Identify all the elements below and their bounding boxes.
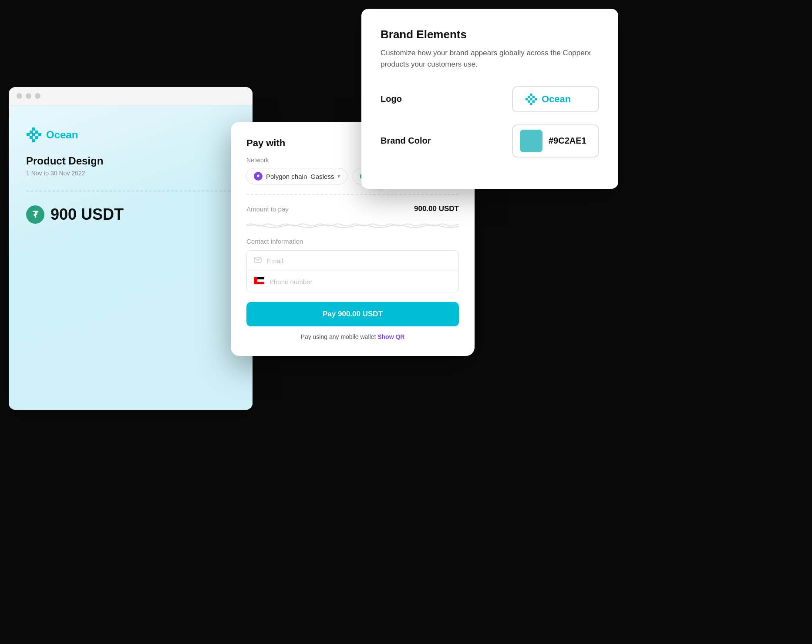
window-dot-yellow — [26, 93, 31, 99]
amount-label: Amount to pay — [246, 205, 289, 213]
logo-name-text: Ocean — [542, 94, 571, 105]
brand-elements-panel: Brand Elements Customize how your brand … — [361, 9, 618, 189]
logo-preview[interactable]: Ocean — [512, 86, 599, 112]
email-icon — [254, 257, 262, 265]
invoice-body: Ocean Product Design 1 Nov to 30 Nov 202… — [9, 105, 253, 410]
divider-1 — [246, 194, 459, 195]
svg-rect-14 — [35, 131, 38, 134]
window-dot-red — [17, 93, 22, 99]
svg-rect-10 — [32, 139, 35, 142]
invoice-logo-icon — [26, 127, 42, 143]
invoice-dates: 1 Nov to 30 Nov 2022 — [26, 170, 235, 177]
brand-panel-description: Customize how your brand appears globall… — [381, 47, 599, 70]
invoice-window: Ocean Product Design 1 Nov to 30 Nov 202… — [9, 87, 253, 410]
flag-icon — [254, 277, 264, 286]
show-qr-link[interactable]: Show QR — [377, 333, 404, 340]
brand-color-row: Brand Color #9C2AE1 — [381, 124, 599, 158]
svg-rect-2 — [526, 98, 528, 100]
svg-rect-16 — [35, 136, 38, 139]
qr-text: Pay using any mobile wallet — [301, 333, 376, 340]
phone-input-row[interactable] — [247, 271, 458, 292]
svg-rect-6 — [528, 100, 530, 102]
svg-rect-13 — [30, 131, 33, 134]
svg-rect-23 — [257, 282, 264, 284]
svg-rect-7 — [532, 100, 535, 102]
window-titlebar — [9, 87, 253, 105]
color-label: Brand Color — [381, 136, 431, 146]
gasless-label: Gasless — [310, 173, 334, 180]
svg-rect-21 — [257, 277, 264, 279]
logo-label: Logo — [381, 94, 402, 104]
svg-rect-18 — [254, 257, 261, 262]
invoice-amount-row: ₮ 900 USDT — [26, 205, 235, 224]
svg-rect-8 — [530, 98, 532, 100]
svg-rect-24 — [254, 277, 257, 284]
ocean-logo-icon — [525, 93, 537, 105]
invoice-amount: 900 USDT — [51, 205, 124, 224]
contact-label: Contact information — [246, 238, 459, 245]
amount-value: 900.00 USDT — [414, 205, 459, 213]
invoice-logo-row: Ocean — [26, 127, 235, 143]
usdt-symbol: ₮ — [33, 209, 38, 220]
email-input-row[interactable] — [247, 251, 458, 271]
usdt-icon-large: ₮ — [26, 205, 44, 224]
brand-panel-title: Brand Elements — [381, 28, 599, 41]
window-dot-green — [35, 93, 40, 99]
polygon-chevron-icon: ▾ — [337, 173, 340, 179]
color-hex-value: #9C2AE1 — [549, 136, 586, 146]
email-field[interactable] — [267, 257, 451, 265]
svg-rect-15 — [30, 136, 33, 139]
svg-rect-11 — [27, 133, 30, 136]
contact-form — [246, 250, 459, 292]
svg-rect-5 — [532, 96, 535, 98]
pay-button[interactable]: Pay 900.00 USDT — [246, 302, 459, 326]
color-preview[interactable]: #9C2AE1 — [512, 124, 599, 158]
svg-rect-12 — [38, 133, 41, 136]
svg-rect-0 — [530, 94, 532, 96]
invoice-brand-name: Ocean — [46, 129, 78, 141]
qr-row: Pay using any mobile wallet Show QR — [246, 333, 459, 340]
logo-row: Logo Ocean — [381, 86, 599, 112]
svg-rect-17 — [32, 133, 35, 136]
phone-field[interactable] — [270, 278, 451, 285]
wavy-divider — [246, 223, 459, 228]
svg-rect-4 — [528, 96, 530, 98]
polygon-chain-label: Polygon chain — [266, 173, 307, 180]
svg-rect-1 — [530, 103, 532, 105]
amount-row: Amount to pay 900.00 USDT — [246, 205, 459, 213]
invoice-divider — [26, 191, 235, 191]
polygon-chain-button[interactable]: Polygon chain Gasless ▾ — [246, 168, 347, 184]
color-swatch — [520, 130, 542, 152]
svg-rect-3 — [535, 98, 537, 100]
svg-rect-22 — [257, 279, 264, 282]
svg-rect-9 — [32, 127, 35, 131]
invoice-product-title: Product Design — [26, 155, 235, 167]
polygon-icon — [254, 172, 263, 181]
